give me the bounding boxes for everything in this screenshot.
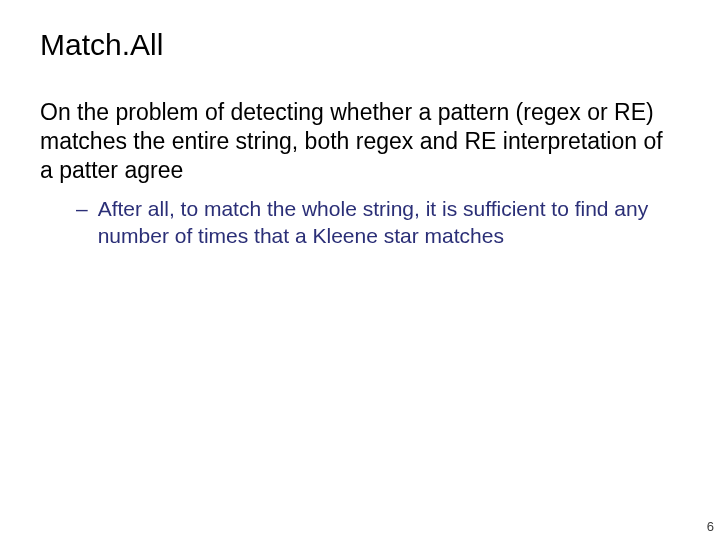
body-paragraph: On the problem of detecting whether a pa… — [40, 98, 680, 184]
bullet-dash-icon: – — [76, 196, 98, 249]
slide-title: Match.All — [40, 28, 680, 62]
sub-bullet-text: After all, to match the whole string, it… — [98, 196, 680, 249]
page-number: 6 — [707, 519, 714, 534]
sub-bullet: – After all, to match the whole string, … — [76, 196, 680, 249]
slide: Match.All On the problem of detecting wh… — [0, 0, 720, 540]
